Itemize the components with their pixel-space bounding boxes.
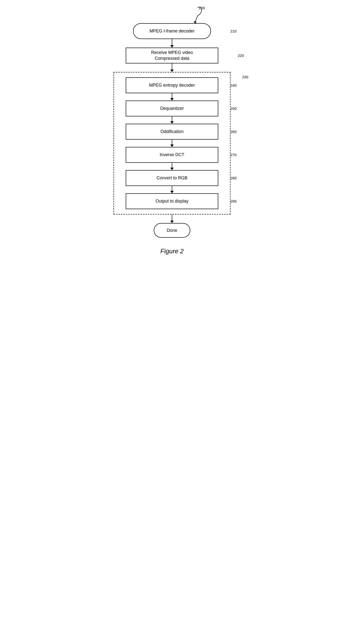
- ref-280: 280: [230, 176, 237, 180]
- arrowhead-2: [170, 70, 174, 72]
- entropy-decoder-row: MPEG entropy decoder 240: [121, 77, 223, 93]
- ref-270: 270: [230, 153, 237, 157]
- arrow-2: [172, 64, 172, 72]
- arrow-1: [172, 39, 172, 48]
- ref-220: 220: [238, 54, 244, 58]
- dequantizer-row: Dequantizer 250: [121, 100, 223, 116]
- diagram-container: 200 MPEG I-frame decoder 210 Receive MPE…: [86, 5, 258, 327]
- arrowhead-5: [170, 144, 174, 147]
- inverse-dct-box: Inverse DCT: [126, 147, 218, 163]
- start-section: 200 MPEG I-frame decoder 210: [121, 5, 223, 39]
- inverse-dct-row: Inverse DCT 270: [121, 147, 223, 163]
- mpeg-decoder-box: MPEG I-frame decoder: [133, 23, 211, 39]
- oddification-label: Oddification: [160, 129, 183, 134]
- done-label: Done: [167, 228, 177, 233]
- entropy-decoder-box: MPEG entropy decoder: [126, 77, 218, 93]
- oddification-box: Oddification: [126, 124, 218, 140]
- output-display-row: Output to display 290: [121, 193, 223, 209]
- arrowhead-3: [170, 98, 174, 100]
- dashed-group: 230 MPEG entropy decoder 240 Dequantizer…: [114, 72, 230, 214]
- oddification-row: Oddification 260: [121, 124, 223, 140]
- arrowhead-4: [170, 121, 174, 124]
- ref-260: 260: [230, 130, 237, 134]
- ref-290: 290: [230, 199, 237, 203]
- ref-250: 250: [230, 106, 237, 110]
- ref-240: 240: [230, 83, 237, 87]
- arrowhead-6: [170, 168, 174, 170]
- convert-rgb-box: Convert to RGB: [126, 170, 218, 186]
- convert-rgb-label: Convert to RGB: [157, 176, 187, 180]
- output-display-box: Output to display: [126, 193, 218, 209]
- dequantizer-label: Dequantizer: [160, 106, 184, 111]
- arrow-8: [172, 214, 172, 223]
- arrow-5: [172, 140, 172, 147]
- receive-mpeg-row: Receive MPEG videoCompressed data 220: [114, 48, 230, 64]
- ref-200-label: 200: [199, 6, 205, 10]
- arrow-7: [172, 186, 172, 193]
- arrowhead-8: [170, 220, 174, 223]
- mpeg-decoder-row: MPEG I-frame decoder 210: [121, 23, 223, 39]
- entropy-decoder-label: MPEG entropy decoder: [149, 83, 195, 88]
- dequantizer-box: Dequantizer: [126, 100, 218, 116]
- receive-mpeg-label: Receive MPEG videoCompressed data: [151, 50, 193, 61]
- arrowhead-1: [170, 45, 174, 48]
- arrow-3: [172, 93, 172, 100]
- ref-210: 210: [230, 29, 237, 33]
- arrowhead-7: [170, 191, 174, 193]
- figure-caption: Figure 2: [160, 248, 183, 255]
- receive-mpeg-box: Receive MPEG videoCompressed data: [126, 48, 218, 64]
- ref-230: 230: [242, 75, 248, 79]
- start-arrow-svg: 200: [183, 5, 205, 24]
- output-display-label: Output to display: [156, 199, 188, 204]
- arrow-6: [172, 163, 172, 170]
- mpeg-decoder-label: MPEG I-frame decoder: [149, 28, 194, 34]
- caption-text: Figure 2: [160, 248, 183, 255]
- arrow-4: [172, 116, 172, 124]
- done-box: Done: [154, 223, 190, 238]
- flow-layout: 200 MPEG I-frame decoder 210 Receive MPE…: [86, 5, 258, 255]
- inverse-dct-label: Inverse DCT: [160, 152, 184, 158]
- convert-rgb-row: Convert to RGB 280: [121, 170, 223, 186]
